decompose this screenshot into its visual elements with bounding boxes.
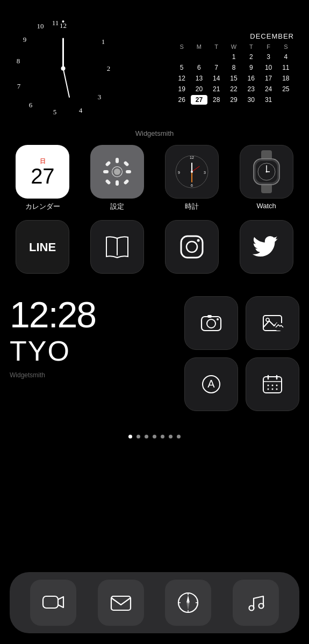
- small-app-grid: A: [184, 291, 299, 416]
- svg-point-66: [276, 385, 278, 386]
- calendar-day: 16: [243, 74, 259, 83]
- line-app-icon: LINE: [16, 220, 69, 274]
- camera-icon: [199, 311, 223, 335]
- svg-text:3: 3: [204, 171, 206, 174]
- dock-music[interactable]: [233, 580, 279, 626]
- calendar-day: 11: [278, 63, 294, 72]
- city-display: TYO: [10, 335, 176, 367]
- dock: [10, 572, 299, 633]
- app-item-instagram[interactable]: [159, 220, 225, 277]
- app-item-books[interactable]: [84, 220, 150, 277]
- svg-rect-19: [116, 180, 119, 186]
- widgetsmith-label-bottom: Widgetsmith: [10, 371, 176, 379]
- calendar-day-header: T: [209, 42, 225, 51]
- svg-point-51: [207, 319, 215, 328]
- svg-text:A: A: [207, 378, 215, 390]
- calendar-day-header: S: [278, 42, 294, 51]
- watch-app-icon: [240, 145, 293, 199]
- svg-point-67: [268, 389, 269, 390]
- watch-app-label: Watch: [256, 202, 276, 210]
- clock-app-icon: 12 3 6 9: [165, 145, 219, 199]
- calendar-day-header: W: [226, 42, 242, 51]
- app-item-clock[interactable]: 12 3 6 9 時計: [159, 145, 225, 211]
- svg-rect-21: [126, 170, 131, 173]
- svg-text:1: 1: [102, 38, 105, 46]
- svg-point-36: [191, 171, 193, 173]
- svg-text:3: 3: [98, 93, 102, 101]
- calendar-day: 27: [191, 95, 207, 105]
- svg-text:LINE: LINE: [29, 240, 56, 254]
- svg-point-13: [62, 20, 64, 23]
- svg-text:6: 6: [29, 101, 33, 109]
- calendar-widget: DECEMBER SMTWTFS123456789101112131415161…: [169, 30, 298, 107]
- calendar-day: 5: [174, 63, 190, 72]
- calendar-day: 28: [209, 95, 225, 105]
- page-dot-6[interactable]: [169, 435, 173, 438]
- calendar-icon: 日 27: [16, 145, 69, 199]
- calendar-day: 30: [243, 95, 259, 105]
- twitter-app-icon: [240, 220, 293, 274]
- svg-text:5: 5: [53, 108, 57, 116]
- time-city-widget: 12:28 TYO Widgetsmith: [10, 291, 176, 416]
- small-app-appstore[interactable]: A: [184, 357, 238, 411]
- page-dot-5[interactable]: [161, 435, 164, 438]
- page-dots: [0, 435, 309, 438]
- calendar-day: 24: [260, 84, 276, 94]
- svg-rect-52: [207, 315, 212, 318]
- small-app-photos[interactable]: [246, 296, 299, 350]
- page-dot-7[interactable]: [177, 435, 181, 438]
- calendar-day: 12: [174, 74, 190, 83]
- svg-text:8: 8: [17, 57, 20, 65]
- svg-text:6: 6: [191, 184, 193, 187]
- app-grid-row2: LINE: [0, 220, 309, 277]
- settings-icon: [90, 145, 144, 199]
- svg-text:2: 2: [107, 64, 111, 72]
- calendar-day: 8: [226, 63, 242, 72]
- dock-mail[interactable]: [98, 580, 144, 626]
- app-item-line[interactable]: LINE: [10, 220, 76, 277]
- svg-point-69: [276, 389, 278, 390]
- books-app-icon: [90, 220, 144, 274]
- twitter-svg: [250, 231, 283, 263]
- page-dot-3[interactable]: [145, 435, 148, 438]
- music-icon: [244, 591, 268, 614]
- calendar-app-label: カレンダー: [25, 202, 60, 211]
- app-item-watch[interactable]: Watch: [233, 145, 299, 211]
- page-dot-1[interactable]: [128, 435, 132, 438]
- mail-icon: [109, 591, 133, 614]
- page-dot-4[interactable]: [153, 435, 156, 438]
- calendar-day: 25: [278, 84, 294, 94]
- dock-safari[interactable]: [165, 580, 211, 626]
- calendar-grid: SMTWTFS123456789101112131415161718192021…: [174, 42, 294, 105]
- calendar-day: 6: [191, 63, 207, 72]
- svg-rect-20: [103, 170, 109, 173]
- calendar2-icon: [261, 372, 284, 396]
- svg-rect-23: [123, 160, 129, 166]
- svg-rect-18: [116, 158, 119, 163]
- line-svg: LINE: [26, 232, 59, 262]
- small-app-calendar[interactable]: [246, 357, 299, 411]
- app-item-calendar[interactable]: 日 27 カレンダー: [10, 145, 76, 211]
- svg-point-16: [61, 67, 66, 71]
- svg-point-44: [265, 171, 267, 173]
- analog-clock: 12 1 2 3 4 5 6 7 8 9 10 11: [11, 16, 116, 121]
- calendar-day: 22: [226, 84, 242, 94]
- app-item-twitter[interactable]: [233, 220, 299, 277]
- calendar-day: 4: [278, 52, 294, 62]
- small-app-camera[interactable]: [184, 296, 238, 350]
- svg-rect-24: [105, 179, 111, 185]
- instagram-app-icon: [165, 220, 219, 274]
- calendar-day: 29: [226, 95, 242, 105]
- svg-point-55: [266, 318, 269, 321]
- app-item-settings[interactable]: 設定: [84, 145, 150, 211]
- calendar-day: 15: [226, 74, 242, 83]
- calendar-day: 31: [260, 95, 276, 105]
- svg-rect-22: [105, 160, 111, 166]
- calendar-day: 20: [191, 84, 207, 94]
- calendar-day: 9: [243, 63, 259, 72]
- calendar-day-header: M: [191, 42, 207, 51]
- clock-widget: 12 1 2 3 4 5 6 7 8 9 10 11: [11, 16, 116, 121]
- page-dot-2[interactable]: [136, 435, 140, 438]
- dock-facetime[interactable]: [30, 580, 76, 626]
- calendar-month: DECEMBER: [174, 32, 294, 40]
